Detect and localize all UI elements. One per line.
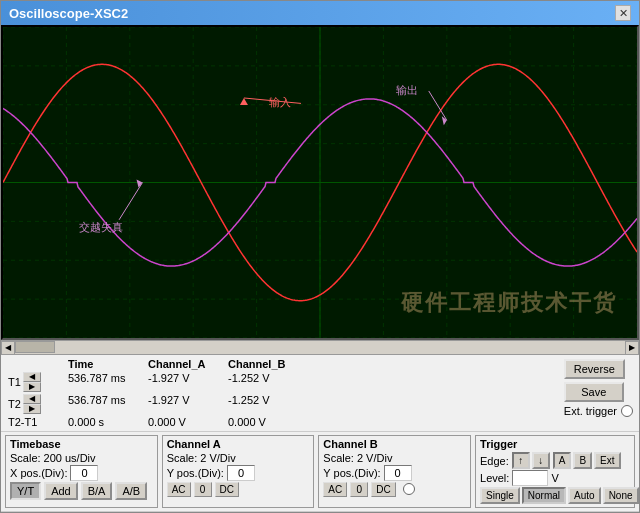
trigger-normal-btn[interactable]: Normal [522,487,566,504]
t1-left-btn[interactable]: ◀ [23,372,41,382]
save-button[interactable]: Save [564,382,624,402]
chb-dc-button[interactable]: DC [371,482,395,497]
trigger-src-a-btn[interactable]: A [553,452,572,469]
chb-radio-btn[interactable] [403,483,415,495]
meas-t2-chb: -1.252 V [225,393,305,415]
timebase-scale-value: 200 us/Div [44,452,96,464]
cha-ac-button[interactable]: AC [167,482,191,497]
trigger-src-b-btn[interactable]: B [573,452,592,469]
scroll-left-arrow[interactable]: ◀ [1,341,15,355]
timebase-ab-button[interactable]: A/B [115,482,147,500]
trigger-edge-row: Edge: ↑ ↓ A B Ext [480,452,630,469]
t2-left-btn[interactable]: ◀ [23,394,41,404]
timebase-yt-button[interactable]: Y/T [10,482,41,500]
chb-zero-button[interactable]: 0 [350,482,368,497]
trigger-src-ext-btn[interactable]: Ext [594,452,620,469]
trigger-level-input[interactable] [512,470,548,486]
t1-right-btn[interactable]: ▶ [23,382,41,392]
meas-t1-cha: -1.927 V [145,371,225,393]
channel-a-group: Channel A Scale: 2 V/Div Y pos.(Div): AC… [162,435,315,508]
horizontal-scrollbar[interactable]: ◀ ▶ [1,340,639,354]
meas-t2t1-time: 0.000 s [65,415,145,429]
trigger-single-btn[interactable]: Single [480,487,520,504]
meas-header-chb: Channel_B [225,357,305,371]
timebase-xpos-row: X pos.(Div): [10,465,153,481]
channel-b-group: Channel B Scale: 2 V/Div Y pos.(Div): AC… [318,435,471,508]
output-label: 输出 [396,83,418,98]
t2-nav-arrows[interactable]: ◀ ▶ [23,394,41,414]
trigger-level-unit: V [551,472,558,484]
meas-t2-time: 536.787 ms [65,393,145,415]
cha-ypos-label: Y pos.(Div): [167,467,224,479]
t1-label: T1 [8,376,21,388]
chb-scale-label: Scale: [323,452,354,464]
timebase-add-button[interactable]: Add [44,482,78,500]
timebase-ba-button[interactable]: B/A [81,482,113,500]
trigger-source-buttons: A B Ext [553,452,621,469]
t1-nav-arrows[interactable]: ◀ ▶ [23,372,41,392]
scroll-right-arrow[interactable]: ▶ [625,341,639,355]
chb-ypos-label: Y pos.(Div): [323,467,380,479]
trigger-edge-buttons: ↑ ↓ [512,452,550,469]
trigger-level-row: Level: V [480,470,630,486]
ext-trigger-row: Ext. trigger [564,405,633,417]
meas-t1-row: T1 ◀ ▶ [5,371,65,393]
chb-ac-button[interactable]: AC [323,482,347,497]
close-button[interactable]: ✕ [615,5,631,21]
window-title: Oscilloscope-XSC2 [9,6,128,21]
ext-trigger-label: Ext. trigger [564,405,617,417]
channel-b-label: Channel B [323,438,466,450]
timebase-mode-row: Y/T Add B/A A/B [10,482,153,500]
trigger-edge-label: Edge: [480,455,509,467]
timebase-label: Timebase [10,438,153,450]
oscilloscope-window: Oscilloscope-XSC2 ✕ 硬件工程师技术干货 输入 输出 交越失真… [0,0,640,513]
cha-scale-label: Scale: [167,452,198,464]
timebase-scale-label: Scale: [10,452,41,464]
t2-right-btn[interactable]: ▶ [23,404,41,414]
channel-a-label: Channel A [167,438,310,450]
meas-t1-time: 536.787 ms [65,371,145,393]
meas-header-empty [5,357,65,371]
timebase-group: Timebase Scale: 200 us/Div X pos.(Div): … [5,435,158,508]
scroll-thumb[interactable] [15,341,55,353]
cha-dc-button[interactable]: DC [215,482,239,497]
scroll-track[interactable] [15,341,625,354]
meas-header-cha: Channel_A [145,357,225,371]
input-label: 输入 [269,95,291,110]
distortion-label: 交越失真 [79,220,123,235]
meas-header-time: Time [65,357,145,371]
trigger-none-btn[interactable]: None [603,487,639,504]
cha-ypos-input[interactable] [227,465,255,481]
cha-zero-button[interactable]: 0 [194,482,212,497]
waveform-canvas [3,27,637,338]
controls-row: Timebase Scale: 200 us/Div X pos.(Div): … [1,432,639,512]
meas-t2t1-chb: 0.000 V [225,415,305,429]
oscilloscope-screen: 硬件工程师技术干货 输入 输出 交越失真 [1,25,639,340]
trigger-group: Trigger Edge: ↑ ↓ A B Ext Level: [475,435,635,508]
trigger-label: Trigger [480,438,630,450]
cha-coupling-row: AC 0 DC [167,482,310,497]
chb-ypos-input[interactable] [384,465,412,481]
trigger-auto-btn[interactable]: Auto [568,487,601,504]
chb-scale-value: 2 V/Div [357,452,392,464]
t2-label: T2 [8,398,21,410]
meas-t2t1-label: T2-T1 [5,415,65,429]
meas-t2t1-cha: 0.000 V [145,415,225,429]
timebase-xpos-label: X pos.(Div): [10,467,67,479]
bottom-panel: Time Channel_A Channel_B T1 ◀ ▶ 536.787 … [1,354,639,512]
meas-t2-cha: -1.927 V [145,393,225,415]
meas-t2-row: T2 ◀ ▶ [5,393,65,415]
measurements-row: Time Channel_A Channel_B T1 ◀ ▶ 536.787 … [1,354,639,432]
chb-radio [403,483,415,497]
timebase-xpos-input[interactable] [70,465,98,481]
trigger-falling-btn[interactable]: ↓ [532,452,550,469]
ext-trigger-radio[interactable] [621,405,633,417]
cha-scale-row: Scale: 2 V/Div [167,452,310,464]
meas-t1-chb: -1.252 V [225,371,305,393]
chb-coupling-row: AC 0 DC [323,482,466,497]
trigger-rising-btn[interactable]: ↑ [512,452,530,469]
reverse-button[interactable]: Reverse [564,359,625,379]
title-bar: Oscilloscope-XSC2 ✕ [1,1,639,25]
trigger-level-label: Level: [480,472,509,484]
chb-scale-row: Scale: 2 V/Div [323,452,466,464]
